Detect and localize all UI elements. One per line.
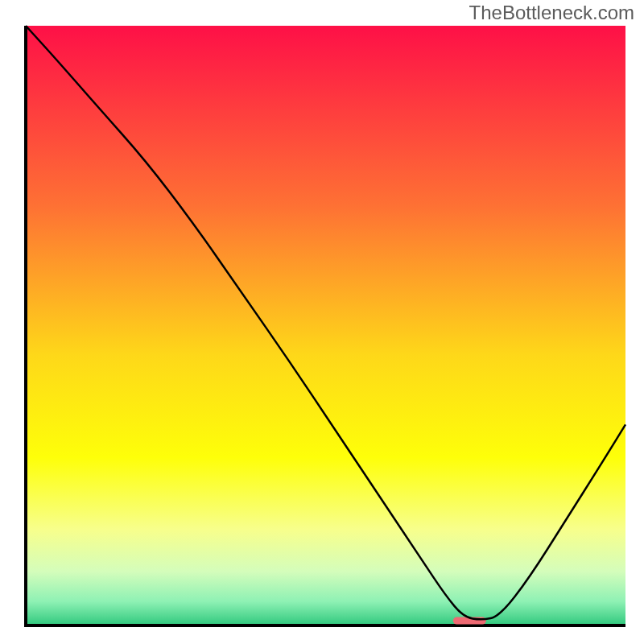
watermark-text: TheBottleneck.com: [469, 2, 634, 24]
plot-background-gradient: [26, 26, 625, 625]
bottleneck-chart: [0, 0, 644, 644]
chart-container: TheBottleneck.com: [0, 0, 644, 644]
